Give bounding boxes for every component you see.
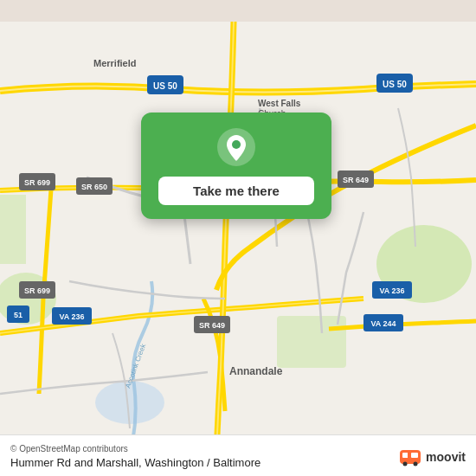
bottom-bar: © OpenStreetMap contributors Hummer Rd a… [0, 434, 476, 476]
svg-text:51: 51 [14, 311, 23, 319]
svg-text:Annandale: Annandale [229, 365, 283, 377]
svg-text:US 50: US 50 [153, 81, 177, 91]
take-me-there-button[interactable]: Take me there [158, 177, 314, 205]
svg-text:VA 236: VA 236 [59, 312, 84, 321]
bottom-info: © OpenStreetMap contributors Hummer Rd a… [10, 444, 261, 469]
copyright-text: © OpenStreetMap contributors [10, 444, 261, 453]
moovit-logo: moovit [398, 445, 466, 469]
svg-rect-3 [277, 316, 346, 368]
location-text: Hummer Rd and Marshall, Washington / Bal… [10, 456, 261, 469]
svg-text:SR 699: SR 699 [24, 178, 50, 187]
svg-point-39 [414, 461, 418, 466]
svg-text:SR 650: SR 650 [81, 183, 107, 191]
moovit-text: moovit [426, 450, 466, 464]
svg-point-34 [232, 140, 241, 149]
map-container: US 50 US 50 SR 699 SR 699 SR 650 SR 649 … [0, 0, 476, 476]
svg-point-38 [403, 461, 408, 466]
moovit-icon [398, 445, 422, 469]
svg-rect-37 [411, 453, 418, 458]
svg-text:VA 236: VA 236 [379, 286, 404, 295]
svg-rect-40 [408, 453, 409, 458]
svg-text:VA 244: VA 244 [370, 319, 396, 328]
svg-text:SR 649: SR 649 [199, 321, 225, 330]
svg-text:SR 699: SR 699 [24, 286, 50, 295]
svg-text:Merrifield: Merrifield [93, 58, 137, 68]
svg-rect-5 [0, 195, 26, 264]
location-pin-icon [217, 128, 255, 166]
popup-card: Take me there [141, 113, 331, 219]
svg-text:West Falls: West Falls [258, 99, 301, 108]
svg-text:US 50: US 50 [383, 80, 407, 89]
svg-text:SR 649: SR 649 [343, 176, 369, 184]
map-svg: US 50 US 50 SR 699 SR 699 SR 650 SR 649 … [0, 0, 476, 476]
